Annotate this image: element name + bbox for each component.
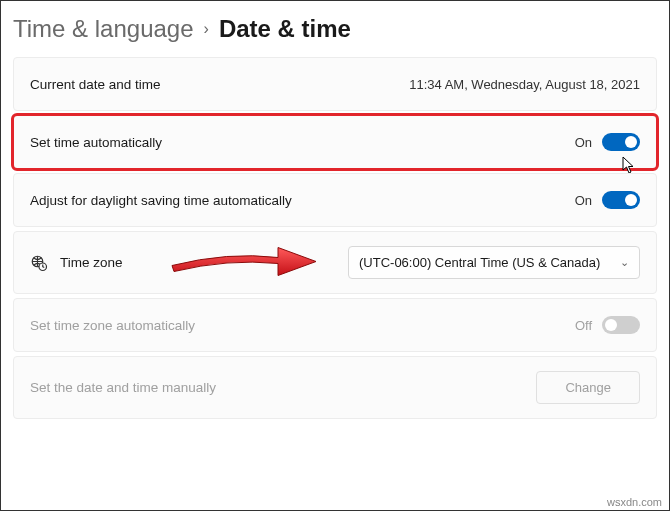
set-tz-auto-label: Set time zone automatically — [30, 318, 195, 333]
set-time-auto-toggle[interactable] — [602, 133, 640, 151]
current-datetime-row: Current date and time 11:34 AM, Wednesda… — [13, 57, 657, 111]
set-time-auto-row[interactable]: Set time automatically On — [13, 115, 657, 169]
change-button: Change — [536, 371, 640, 404]
breadcrumb-current: Date & time — [219, 15, 351, 43]
timezone-label: Time zone — [60, 255, 123, 270]
breadcrumb: Time & language › Date & time — [13, 11, 657, 57]
chevron-right-icon: › — [204, 20, 209, 38]
set-tz-auto-toggle — [602, 316, 640, 334]
timezone-selected: (UTC-06:00) Central Time (US & Canada) — [359, 255, 600, 270]
current-datetime-label: Current date and time — [30, 77, 161, 92]
current-datetime-value: 11:34 AM, Wednesday, August 18, 2021 — [409, 77, 640, 92]
dst-auto-state: On — [575, 193, 592, 208]
set-manual-label: Set the date and time manually — [30, 380, 216, 395]
dst-auto-label: Adjust for daylight saving time automati… — [30, 193, 292, 208]
set-tz-auto-state: Off — [575, 318, 592, 333]
set-tz-auto-row: Set time zone automatically Off — [13, 298, 657, 352]
globe-clock-icon — [30, 254, 48, 272]
arrow-annotation-icon — [168, 243, 318, 282]
dst-auto-toggle[interactable] — [602, 191, 640, 209]
cursor-icon — [622, 156, 636, 174]
timezone-dropdown[interactable]: (UTC-06:00) Central Time (US & Canada) ⌄ — [348, 246, 640, 279]
dst-auto-row[interactable]: Adjust for daylight saving time automati… — [13, 173, 657, 227]
set-time-auto-label: Set time automatically — [30, 135, 162, 150]
chevron-down-icon: ⌄ — [620, 256, 629, 269]
timezone-row: Time zone (UTC-06:00) Central Time (US &… — [13, 231, 657, 294]
set-time-auto-state: On — [575, 135, 592, 150]
set-manual-row: Set the date and time manually Change — [13, 356, 657, 419]
watermark: wsxdn.com — [607, 496, 662, 508]
breadcrumb-parent[interactable]: Time & language — [13, 15, 194, 43]
